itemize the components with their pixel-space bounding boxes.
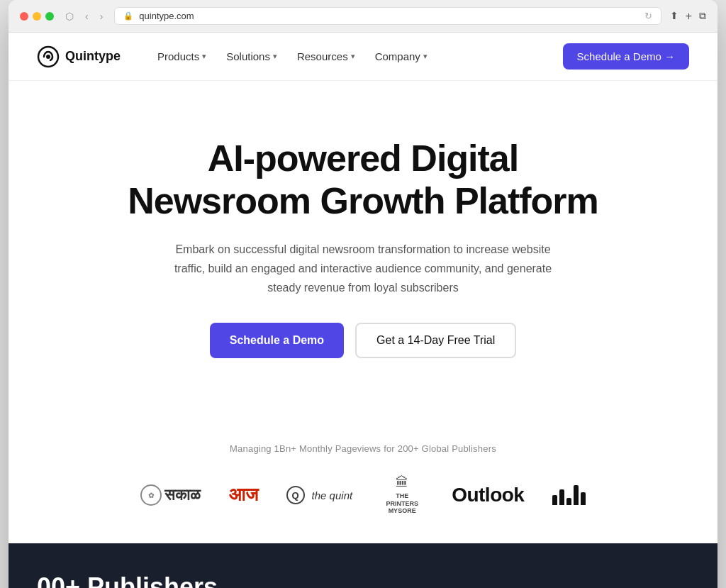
hero-subtitle: Embark on successful digital newsroom tr… bbox=[164, 240, 562, 298]
hero-section: AI-powered Digital Newsroom Growth Platf… bbox=[9, 81, 717, 443]
tabs-button[interactable]: ⧉ bbox=[699, 10, 706, 23]
bottom-text: 00+ Publishers Trust bbox=[37, 572, 218, 588]
outlook-text: Outlook bbox=[452, 484, 524, 506]
schedule-demo-button[interactable]: Schedule a Demo bbox=[210, 323, 344, 358]
bar3 bbox=[566, 498, 571, 505]
outlook-logo: Outlook bbox=[452, 484, 524, 506]
nav-solutions-label: Solutions bbox=[226, 50, 270, 62]
bar4 bbox=[574, 485, 579, 505]
share-button[interactable]: ⬆ bbox=[670, 10, 678, 23]
new-tab-button[interactable]: + bbox=[686, 10, 692, 23]
hero-buttons: Schedule a Demo Get a 14-Day Free Trial bbox=[37, 323, 689, 358]
nav-resources-label: Resources bbox=[297, 50, 348, 62]
nav-back-button[interactable]: ‹ bbox=[82, 9, 91, 23]
nav-solutions[interactable]: Solutions ▾ bbox=[218, 45, 286, 68]
nav-company-label: Company bbox=[375, 50, 420, 62]
quint-logo: Q the quint bbox=[286, 486, 353, 504]
browser-window: ⬡ ‹ › 🔒 quintype.com ↻ ⬆ + ⧉ Quintype bbox=[9, 0, 717, 588]
quint-q-icon: Q bbox=[286, 486, 305, 504]
logo[interactable]: Quintype bbox=[37, 45, 121, 68]
printers-mysore-logo: 🏛 THE PRINTERS MYSORE bbox=[381, 475, 423, 515]
reload-button[interactable]: ↻ bbox=[644, 11, 652, 21]
page-content: Quintype Products ▾ Solutions ▾ Resource… bbox=[9, 33, 717, 588]
aaj-logo: आज bbox=[229, 484, 258, 506]
sakal-text: सकाळ bbox=[164, 486, 201, 504]
barchart-logo bbox=[552, 485, 586, 505]
browser-controls: ⬡ ‹ › bbox=[62, 9, 106, 23]
navbar: Quintype Products ▾ Solutions ▾ Resource… bbox=[9, 33, 717, 81]
navbar-cta-label: Schedule a Demo → bbox=[577, 50, 675, 62]
nav-products[interactable]: Products ▾ bbox=[149, 45, 215, 68]
company-chevron: ▾ bbox=[423, 52, 428, 61]
nav-links: Products ▾ Solutions ▾ Resources ▾ Compa… bbox=[149, 45, 563, 68]
sakal-logo: ✿ सकाळ bbox=[140, 484, 201, 506]
bottom-dark-section: 00+ Publishers Trust | Quintype bbox=[9, 543, 717, 588]
aaj-text: आज bbox=[229, 484, 258, 506]
lock-icon: 🔒 bbox=[123, 11, 133, 21]
products-chevron: ▾ bbox=[202, 52, 206, 61]
url-text: quintype.com bbox=[139, 11, 194, 21]
publishers-section: Managing 1Bn+ Monthly Pageviews for 200+… bbox=[9, 443, 717, 543]
close-dot[interactable] bbox=[20, 12, 28, 21]
bar1 bbox=[552, 495, 557, 505]
bottom-wrapper: 00+ Publishers Trust | Quintype bbox=[9, 543, 717, 588]
publishers-tagline: Managing 1Bn+ Monthly Pageviews for 200+… bbox=[37, 443, 689, 454]
browser-titlebar: ⬡ ‹ › 🔒 quintype.com ↻ ⬆ + ⧉ bbox=[9, 0, 717, 33]
nav-company[interactable]: Company ▾ bbox=[367, 45, 436, 68]
bar2 bbox=[559, 489, 564, 505]
bottom-text-block: 00+ Publishers Trust bbox=[37, 572, 218, 588]
nav-resources[interactable]: Resources ▾ bbox=[289, 45, 364, 68]
browser-dots bbox=[20, 12, 54, 21]
resources-chevron: ▾ bbox=[351, 52, 355, 61]
publisher-logos: ✿ सकाळ आज Q the quint 🏛 THE PRINTERS MYS… bbox=[37, 475, 689, 515]
free-trial-button[interactable]: Get a 14-Day Free Trial bbox=[355, 323, 516, 358]
logo-icon bbox=[37, 45, 60, 68]
address-bar[interactable]: 🔒 quintype.com ↻ bbox=[114, 7, 661, 25]
svg-point-1 bbox=[46, 55, 50, 59]
bottom-text-line1: 00+ Publishers bbox=[37, 572, 218, 588]
navbar-cta-button[interactable]: Schedule a Demo → bbox=[563, 43, 689, 70]
fullscreen-dot[interactable] bbox=[45, 12, 54, 21]
nav-forward-button[interactable]: › bbox=[97, 9, 106, 23]
printers-text: THE PRINTERS MYSORE bbox=[381, 492, 423, 515]
back-button[interactable]: ⬡ bbox=[62, 9, 77, 23]
sakal-circle-icon: ✿ bbox=[140, 484, 162, 506]
quint-text: the quint bbox=[312, 489, 353, 501]
logo-text: Quintype bbox=[65, 49, 121, 64]
nav-products-label: Products bbox=[157, 50, 199, 62]
solutions-chevron: ▾ bbox=[273, 52, 277, 61]
hero-title: AI-powered Digital Newsroom Growth Platf… bbox=[115, 138, 611, 223]
browser-actions: ⬆ + ⧉ bbox=[670, 10, 706, 23]
minimize-dot[interactable] bbox=[33, 12, 41, 21]
printers-icon: 🏛 bbox=[396, 475, 408, 491]
bar5 bbox=[581, 492, 586, 505]
